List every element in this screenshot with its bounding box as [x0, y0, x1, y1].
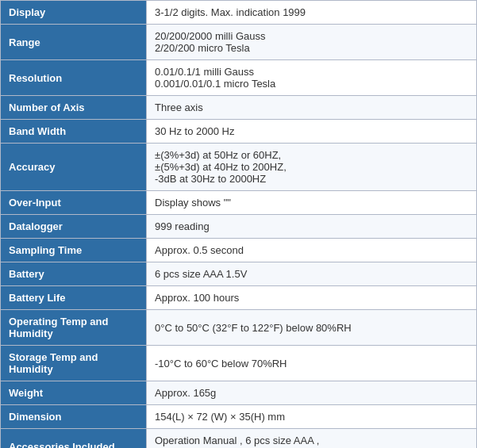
spec-value: 999 reading: [147, 215, 477, 239]
spec-label: Resolution: [1, 60, 147, 96]
table-row: Accessories IncludedOperation Manual , 6…: [1, 429, 477, 449]
table-row: Operating Temp and Humidity0°C to 50°C (…: [1, 310, 477, 346]
spec-label: Accessories Included: [1, 429, 147, 449]
spec-label: Operating Temp and Humidity: [1, 310, 147, 346]
spec-label: Band Width: [1, 120, 147, 144]
spec-label: Accuracy: [1, 144, 147, 191]
table-row: WeightApprox. 165g: [1, 381, 477, 405]
table-row: Number of AxisThree axis: [1, 96, 477, 120]
table-row: Resolution0.01/0.1/1 milli Gauss0.001/0.…: [1, 60, 477, 96]
table-row: Storage Temp and Humidity-10°C to 60°C b…: [1, 346, 477, 381]
spec-label: Number of Axis: [1, 96, 147, 120]
table-row: Sampling TimeApprox. 0.5 second: [1, 239, 477, 262]
spec-label: Display: [1, 1, 147, 25]
spec-value: Operation Manual , 6 pcs size AAA ,[Soft…: [147, 429, 477, 449]
spec-label: Battery: [1, 262, 147, 286]
specs-table: Display3-1/2 digits. Max. indication 199…: [0, 0, 477, 448]
table-row: Datalogger999 reading: [1, 215, 477, 239]
spec-value: Approx. 0.5 second: [147, 239, 477, 262]
spec-value: 30 Hz to 2000 Hz: [147, 120, 477, 144]
spec-value: 6 pcs size AAA 1.5V: [147, 262, 477, 286]
spec-label: Sampling Time: [1, 239, 147, 262]
spec-label: Weight: [1, 381, 147, 405]
spec-label: Dimension: [1, 405, 147, 429]
spec-value: Approx. 100 hours: [147, 286, 477, 310]
spec-label: Over-Input: [1, 191, 147, 215]
spec-value: 0°C to 50°C (32°F to 122°F) below 80%RH: [147, 310, 477, 346]
spec-value: 0.01/0.1/1 milli Gauss0.001/0.01/0.1 mic…: [147, 60, 477, 96]
table-row: Band Width30 Hz to 2000 Hz: [1, 120, 477, 144]
spec-value: ±(3%+3d) at 50Hz or 60HZ,±(5%+3d) at 40H…: [147, 144, 477, 191]
table-row: Dimension154(L) × 72 (W) × 35(H) mm: [1, 405, 477, 429]
table-row: Battery6 pcs size AAA 1.5V: [1, 262, 477, 286]
table-row: Accuracy±(3%+3d) at 50Hz or 60HZ,±(5%+3d…: [1, 144, 477, 191]
spec-value: 154(L) × 72 (W) × 35(H) mm: [147, 405, 477, 429]
spec-value: Approx. 165g: [147, 381, 477, 405]
spec-label: Datalogger: [1, 215, 147, 239]
table-row: Over-InputDisplay shows "": [1, 191, 477, 215]
spec-value: 3-1/2 digits. Max. indication 1999: [147, 1, 477, 25]
spec-label: Battery Life: [1, 286, 147, 310]
spec-value: -10°C to 60°C below 70%RH: [147, 346, 477, 381]
spec-value: Display shows "": [147, 191, 477, 215]
table-row: Range20/200/2000 milli Gauss2/20/200 mic…: [1, 25, 477, 60]
table-row: Battery LifeApprox. 100 hours: [1, 286, 477, 310]
spec-label: Storage Temp and Humidity: [1, 346, 147, 381]
spec-label: Range: [1, 25, 147, 60]
spec-value: 20/200/2000 milli Gauss2/20/200 micro Te…: [147, 25, 477, 60]
spec-value: Three axis: [147, 96, 477, 120]
table-row: Display3-1/2 digits. Max. indication 199…: [1, 1, 477, 25]
